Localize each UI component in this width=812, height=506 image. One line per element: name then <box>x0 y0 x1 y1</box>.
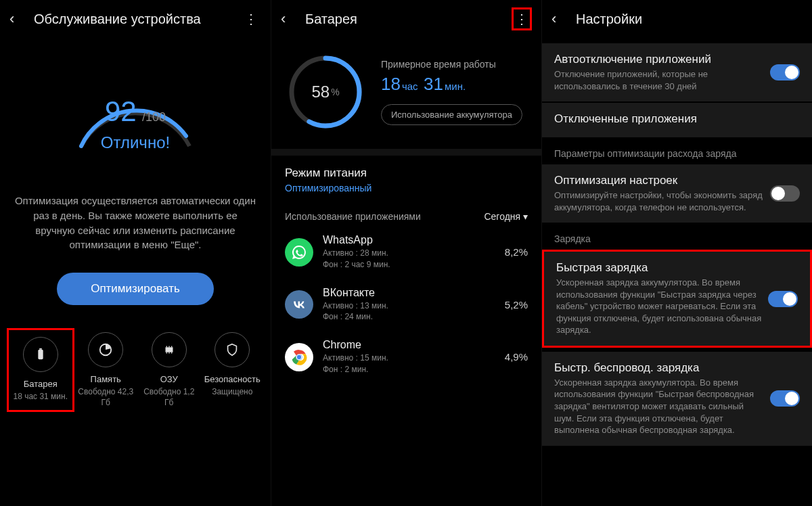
page-title: Настройки <box>576 12 803 27</box>
setting-desc: Оптимизируйте настройки, чтобы экономить… <box>554 189 765 213</box>
memory-icon <box>162 342 177 357</box>
auto-disable-apps-row[interactable]: Автоотключение приложений Отключение при… <box>542 43 812 101</box>
battery-usage-button[interactable]: Использование аккумулятора <box>381 104 522 125</box>
tile-label: Память <box>74 374 138 384</box>
power-mode-value: Оптимизированный <box>285 183 528 193</box>
tile-sub: 18 час 31 мин. <box>9 392 72 402</box>
fast-charging-row[interactable]: Быстрая зарядка Ускоренная зарядка аккум… <box>542 250 812 348</box>
runtime-label: Примерное время работы <box>381 59 528 70</box>
device-care-screen: ‹ Обслуживание устройства ⋮ 92 /100 Отли… <box>0 0 271 506</box>
more-icon[interactable]: ⋮ <box>241 11 261 27</box>
tile-label: Батарея <box>9 379 72 389</box>
back-icon[interactable]: ‹ <box>9 10 26 28</box>
fast-wireless-charging-row[interactable]: Быстр. беспровод. зарядка Ускоренная зар… <box>542 352 812 446</box>
app-meta: Активно : 28 мин.Фон : 2 час 9 мин. <box>323 248 505 271</box>
optimize-button[interactable]: Оптимизировать <box>57 273 214 305</box>
apps-usage-label: Использование приложениями <box>285 211 421 222</box>
section-header: Параметры оптимизации расхода заряда <box>542 139 812 164</box>
storage-tile[interactable]: Память Свободно 42,3 Гб <box>74 328 138 412</box>
optimize-settings-row[interactable]: Оптимизация настроек Оптимизируйте настр… <box>542 164 812 223</box>
power-mode-title: Режим питания <box>285 166 528 180</box>
page-title: Обслуживание устройства <box>34 12 241 27</box>
app-row[interactable]: ВКонтакте Активно : 13 мин.Фон : 24 мин.… <box>271 279 541 331</box>
app-row[interactable]: Chrome Активно : 15 мин.Фон : 2 мин. 4,9… <box>271 331 541 384</box>
storage-icon <box>98 342 113 357</box>
page-title: Батарея <box>305 12 512 27</box>
setting-title: Автоотключение приложений <box>554 53 765 66</box>
header: ‹ Обслуживание устройства ⋮ <box>0 0 271 38</box>
header: ‹ Батарея ⋮ <box>271 0 541 38</box>
app-name: Chrome <box>323 339 505 351</box>
description-text: Оптимизация осуществляется автоматически… <box>0 193 271 252</box>
score-gauge: 92 /100 Отлично! <box>0 58 271 153</box>
app-meta: Активно : 13 мин.Фон : 24 мин. <box>323 300 505 323</box>
runtime-value: 18час 31мин. <box>381 74 528 95</box>
toggle-switch[interactable] <box>770 185 800 202</box>
tile-sub: Свободно 42,3 Гб <box>74 387 138 408</box>
toggle-switch[interactable] <box>770 64 800 80</box>
app-percent: 4,9% <box>505 351 528 363</box>
more-icon[interactable]: ⋮ <box>512 7 532 30</box>
vk-icon <box>285 290 313 319</box>
app-row[interactable]: WhatsApp Активно : 28 мин.Фон : 2 час 9 … <box>271 226 541 279</box>
battery-tile[interactable]: Батарея 18 час 31 мин. <box>7 328 74 412</box>
app-name: WhatsApp <box>323 234 505 246</box>
battery-summary: 58% Примерное время работы 18час 31мин. … <box>271 38 541 139</box>
security-tile[interactable]: Безопасность Защищено <box>201 328 265 412</box>
app-name: ВКонтакте <box>323 287 505 299</box>
period-selector[interactable]: Сегодня ▾ <box>484 211 528 222</box>
apps-header: Использование приложениями Сегодня ▾ <box>271 204 541 226</box>
app-percent: 8,2% <box>505 246 528 258</box>
tiles-row: Батарея 18 час 31 мин. Память Свободно 4… <box>0 328 271 412</box>
memory-tile[interactable]: ОЗУ Свободно 1,2 Гб <box>137 328 201 412</box>
settings-screen: ‹ Настройки Автоотключение приложений От… <box>541 0 812 506</box>
score-value: 92 <box>105 95 137 127</box>
setting-title: Быстрая зарядка <box>556 261 763 275</box>
toggle-switch[interactable] <box>770 390 800 407</box>
battery-ring: 58% <box>285 51 366 133</box>
chrome-icon <box>285 343 313 371</box>
section-header: Зарядка <box>542 224 812 250</box>
score-max: /100 <box>142 110 166 124</box>
app-percent: 5,2% <box>505 299 528 310</box>
svg-rect-1 <box>39 348 42 350</box>
setting-desc: Отключение приложений, которые не исполь… <box>554 68 765 92</box>
battery-screen: ‹ Батарея ⋮ 58% Примерное время работы 1… <box>271 0 541 506</box>
svg-rect-0 <box>38 350 43 360</box>
back-icon[interactable]: ‹ <box>281 10 297 28</box>
setting-title: Быстр. беспровод. зарядка <box>554 361 765 375</box>
tile-label: Безопасность <box>201 374 265 384</box>
score-status: Отлично! <box>0 133 271 152</box>
tile-label: ОЗУ <box>137 374 201 384</box>
whatsapp-icon <box>285 238 313 267</box>
tile-sub: Свободно 1,2 Гб <box>137 387 201 408</box>
setting-desc: Ускоренная зарядка аккумулятора. Во врем… <box>556 277 763 336</box>
setting-desc: Ускоренная зарядка аккумулятора. Во врем… <box>554 377 765 436</box>
setting-title: Отключенные приложения <box>554 112 794 126</box>
setting-title: Оптимизация настроек <box>554 174 765 187</box>
disabled-apps-row[interactable]: Отключенные приложения <box>542 103 812 137</box>
back-icon[interactable]: ‹ <box>551 10 568 28</box>
toggle-switch[interactable] <box>768 291 798 307</box>
battery-percent: 58% <box>285 51 366 133</box>
svg-rect-3 <box>165 347 173 352</box>
app-meta: Активно : 15 мин.Фон : 2 мин. <box>323 352 505 375</box>
battery-icon <box>33 347 48 362</box>
shield-icon <box>225 342 240 357</box>
header: ‹ Настройки <box>542 0 812 38</box>
power-mode-row[interactable]: Режим питания Оптимизированный <box>271 156 541 204</box>
tile-sub: Защищено <box>201 387 265 398</box>
